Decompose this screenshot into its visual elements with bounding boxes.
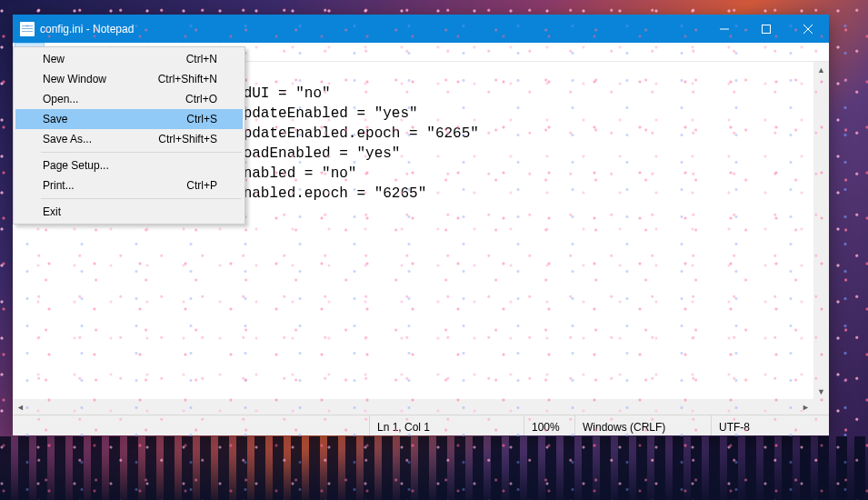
statusbar: Ln 1, Col 1 100% Windows (CRLF) UTF-8 (13, 415, 829, 435)
status-empty (13, 415, 369, 435)
menu-item-new-window[interactable]: New WindowCtrl+Shift+N (15, 69, 243, 89)
status-eol: Windows (CRLF) (574, 415, 711, 435)
file-menu-dropdown: NewCtrl+N New WindowCtrl+Shift+N Open...… (13, 46, 245, 225)
horizontal-scrollbar[interactable]: ◄ ► (13, 399, 813, 415)
close-button[interactable] (787, 15, 829, 43)
menu-separator (41, 198, 242, 199)
window-title: config.ini - Notepad (40, 23, 134, 35)
menu-item-save-as[interactable]: Save As...Ctrl+Shift+S (15, 129, 243, 149)
status-position: Ln 1, Col 1 (369, 415, 524, 435)
menu-item-open[interactable]: Open...Ctrl+O (15, 89, 243, 109)
svg-rect-0 (763, 25, 771, 33)
maximize-button[interactable] (745, 15, 787, 43)
scroll-down-icon[interactable]: ▼ (813, 384, 829, 399)
scroll-up-icon[interactable]: ▲ (813, 62, 829, 77)
scroll-corner (813, 399, 829, 415)
status-encoding: UTF-8 (711, 415, 829, 435)
scroll-right-icon[interactable]: ► (798, 399, 813, 415)
minimize-button[interactable] (703, 15, 745, 43)
vertical-scrollbar[interactable]: ▲ ▼ (813, 62, 829, 399)
menu-item-page-setup[interactable]: Page Setup... (15, 155, 243, 175)
menu-item-new[interactable]: NewCtrl+N (15, 49, 243, 69)
menu-item-save[interactable]: SaveCtrl+S (15, 109, 243, 129)
scroll-track[interactable] (28, 399, 798, 415)
status-zoom: 100% (524, 415, 574, 435)
titlebar[interactable]: config.ini - Notepad (13, 15, 829, 43)
menu-item-exit[interactable]: Exit (15, 202, 243, 222)
notepad-icon (20, 22, 35, 36)
menu-separator (41, 152, 242, 153)
menu-item-print[interactable]: Print...Ctrl+P (15, 175, 243, 195)
scroll-left-icon[interactable]: ◄ (13, 399, 28, 415)
scroll-track[interactable] (813, 77, 829, 384)
